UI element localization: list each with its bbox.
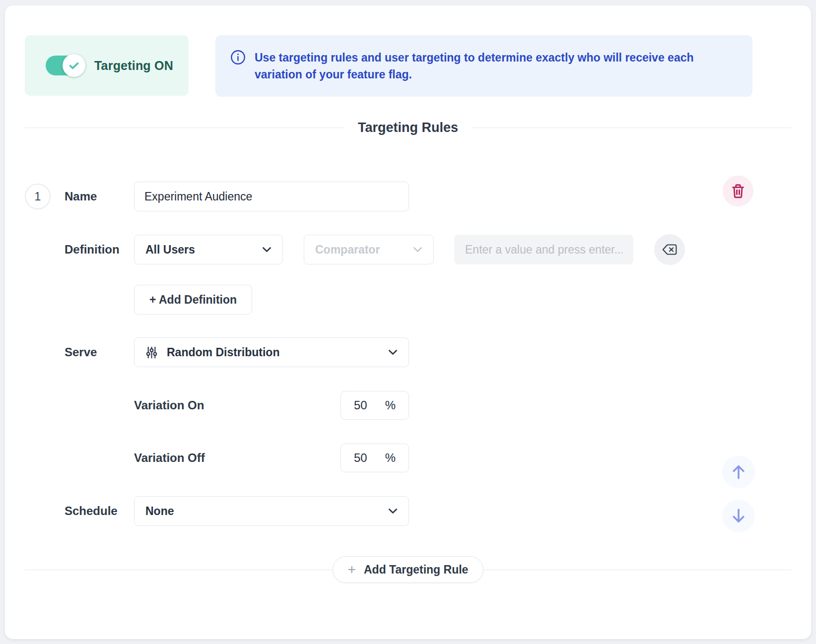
toggle-knob <box>63 54 85 77</box>
variation-off-label: Variation Off <box>134 451 205 465</box>
divider <box>472 128 791 128</box>
serve-label: Serve <box>65 345 134 359</box>
variation-off-percentage-input[interactable]: 50 % <box>340 444 409 472</box>
top-row: Targeting ON Use targeting rules and use… <box>25 35 752 97</box>
delete-rule-button[interactable] <box>723 176 753 206</box>
serve-select-value: Random Distribution <box>167 346 388 359</box>
add-definition-row: + Add Definition <box>25 285 791 315</box>
variation-on-label: Variation On <box>134 398 204 412</box>
arrow-down-icon <box>730 507 748 525</box>
info-icon <box>230 50 246 65</box>
rule-serve-row: Serve Random Distribution <box>25 337 791 367</box>
targeting-toggle-container: Targeting ON <box>25 35 189 96</box>
variation-off-value: 50 <box>354 451 367 465</box>
targeting-panel: Targeting ON Use targeting rules and use… <box>5 5 811 639</box>
section-title: Targeting Rules <box>344 120 472 135</box>
schedule-label: Schedule <box>65 504 134 518</box>
serve-select[interactable]: Random Distribution <box>134 337 409 367</box>
variation-on-value: 50 <box>354 398 367 412</box>
definition-value-input[interactable] <box>454 235 633 264</box>
move-rule-down-button[interactable] <box>722 500 755 532</box>
targeting-toggle-label: Targeting ON <box>94 59 173 73</box>
add-definition-button[interactable]: + Add Definition <box>134 285 252 315</box>
info-banner: Use targeting rules and user targeting t… <box>215 35 752 97</box>
definition-label: Definition <box>65 243 134 257</box>
percent-sign: % <box>385 398 396 412</box>
rule-number-badge: 1 <box>25 184 51 209</box>
trash-icon <box>731 183 746 199</box>
section-header: Targeting Rules <box>25 118 791 137</box>
targeting-toggle[interactable] <box>46 56 84 75</box>
rule-schedule-row: Schedule None <box>25 496 791 526</box>
targeting-rule: 1 Name Definition All Users Comparator <box>25 182 791 526</box>
move-rule-up-button[interactable] <box>722 455 755 488</box>
add-rule-bar: + Add Targeting Rule <box>25 556 791 583</box>
audience-select-value: All Users <box>145 243 262 257</box>
rule-name-input[interactable] <box>134 182 409 211</box>
name-label: Name <box>65 190 134 203</box>
schedule-select-value: None <box>145 505 388 518</box>
check-icon <box>68 59 80 72</box>
clear-definition-button[interactable] <box>654 234 685 265</box>
variation-off-row: Variation Off 50 % <box>25 444 791 472</box>
comparator-select-placeholder: Comparator <box>315 243 413 257</box>
arrow-up-icon <box>730 463 748 481</box>
variation-on-percentage-input[interactable]: 50 % <box>340 391 409 420</box>
info-banner-text: Use targeting rules and user targeting t… <box>255 49 731 83</box>
add-rule-label: Add Targeting Rule <box>364 563 468 577</box>
divider <box>25 128 344 128</box>
comparator-select[interactable]: Comparator <box>304 235 434 264</box>
rule-name-row: 1 Name <box>25 182 791 211</box>
percent-sign: % <box>385 451 396 465</box>
chevron-down-icon <box>413 247 422 253</box>
backspace-icon <box>662 244 677 256</box>
add-targeting-rule-button[interactable]: + Add Targeting Rule <box>333 556 484 583</box>
plus-icon: + <box>348 563 356 577</box>
variation-on-row: Variation On 50 % <box>25 391 791 420</box>
chevron-down-icon <box>388 508 398 514</box>
chevron-down-icon <box>262 247 272 253</box>
audience-select[interactable]: All Users <box>134 235 283 264</box>
schedule-select[interactable]: None <box>134 496 409 526</box>
chevron-down-icon <box>388 349 398 355</box>
rule-definition-row: Definition All Users Comparator <box>25 234 791 265</box>
sliders-icon <box>145 346 158 359</box>
